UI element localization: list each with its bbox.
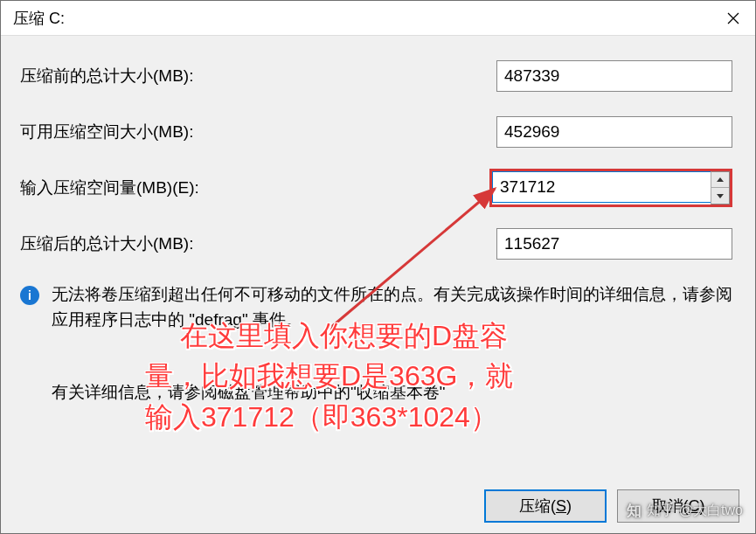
triangle-down-icon: [717, 194, 724, 198]
triangle-up-icon: [717, 177, 724, 182]
window-title: 压缩 C:: [13, 8, 65, 29]
dialog-content: 压缩前的总计大小(MB): 487339 可用压缩空间大小(MB): 45296…: [1, 36, 755, 404]
value-available: 452969: [496, 116, 732, 148]
value-total-before: 487339: [496, 60, 732, 92]
label-available: 可用压缩空间大小(MB):: [20, 121, 496, 143]
label-total-after: 压缩后的总计大小(MB):: [20, 232, 496, 255]
info-text-1: 无法将卷压缩到超出任何不可移动的文件所在的点。有关完成该操作时间的详细信息，请参…: [52, 282, 736, 332]
row-total-before: 压缩前的总计大小(MB): 487339: [20, 59, 736, 94]
shrink-button[interactable]: 压缩(S): [484, 489, 607, 523]
spinner-up-button[interactable]: [711, 172, 729, 188]
row-available: 可用压缩空间大小(MB): 452969: [20, 114, 736, 149]
info-block-1: i 无法将卷压缩到超出任何不可移动的文件所在的点。有关完成该操作时间的详细信息，…: [20, 282, 736, 332]
spinner-buttons: [711, 171, 730, 205]
svg-marker-3: [717, 194, 724, 198]
value-total-after: 115627: [496, 228, 732, 260]
close-icon: [727, 12, 739, 24]
row-total-after: 压缩后的总计大小(MB): 115627: [20, 226, 736, 261]
svg-marker-2: [717, 177, 724, 182]
label-shrink-input: 输入压缩空间量(MB)(E):: [20, 177, 489, 199]
info-icon: i: [20, 286, 39, 305]
spinner-down-button[interactable]: [711, 188, 729, 204]
shrink-amount-input[interactable]: [492, 171, 711, 203]
row-shrink-input: 输入压缩空间量(MB)(E):: [20, 170, 736, 205]
cancel-button[interactable]: 取消(C): [617, 489, 739, 523]
close-button[interactable]: [711, 1, 755, 36]
info-text-2: 有关详细信息，请参阅磁盘管理帮助中的"收缩基本卷": [52, 381, 736, 404]
shrink-volume-dialog: 压缩 C: 压缩前的总计大小(MB): 487339 可用压缩空间大小(MB):…: [0, 0, 756, 534]
label-total-before: 压缩前的总计大小(MB):: [20, 65, 496, 87]
dialog-buttons: 压缩(S) 取消(C): [484, 489, 739, 523]
shrink-spinner: [489, 169, 732, 207]
titlebar: 压缩 C:: [1, 1, 755, 36]
